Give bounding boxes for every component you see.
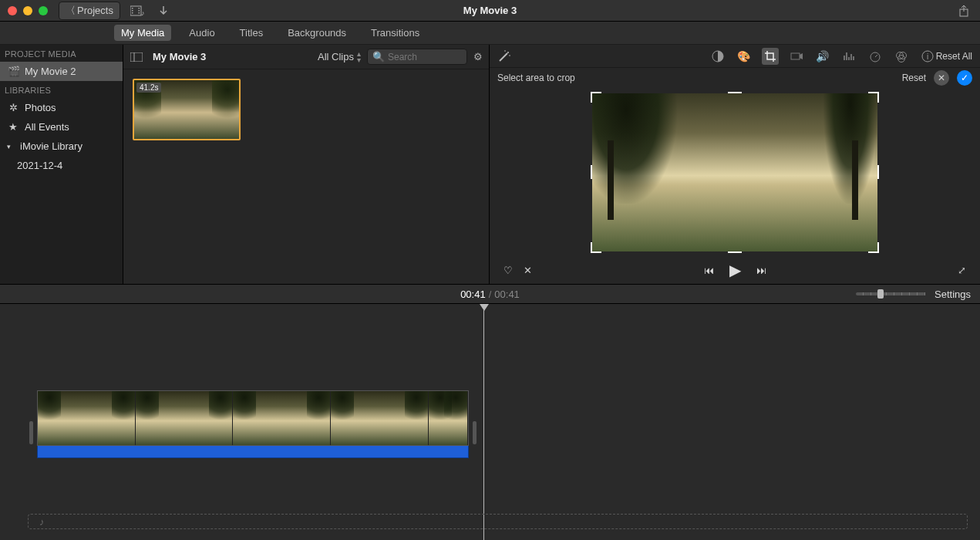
- sidebar-header-project-media: PROJECT MEDIA: [0, 45, 123, 62]
- sidebar-item-project[interactable]: 🎬 My Movie 2: [0, 62, 123, 81]
- sidebar-item-event[interactable]: 2021-12-4: [0, 156, 123, 175]
- sidebar-item-label: My Movie 2: [25, 66, 76, 77]
- sidebar-item-label: iMovie Library: [20, 140, 83, 152]
- sidebar-item-all-events[interactable]: ★ All Events: [0, 117, 123, 137]
- svg-rect-15: [791, 53, 800, 59]
- search-field[interactable]: 🔍: [367, 49, 467, 65]
- svg-rect-1: [132, 8, 133, 9]
- audio-track-dropzone[interactable]: ♪: [28, 514, 968, 529]
- crop-handle-top[interactable]: [728, 92, 742, 93]
- reset-crop-button[interactable]: Reset: [902, 73, 926, 83]
- close-window-button[interactable]: [8, 6, 17, 15]
- svg-rect-9: [130, 52, 143, 62]
- stabilization-button[interactable]: [788, 48, 805, 65]
- favorite-button[interactable]: ♡: [503, 265, 513, 276]
- adjustments-toolbar: 🎨 🔊 i Reset All: [490, 45, 980, 68]
- color-correction-button[interactable]: 🎨: [736, 48, 753, 65]
- fullscreen-button[interactable]: ⤢: [958, 265, 966, 276]
- library-sidebar: PROJECT MEDIA 🎬 My Movie 2 LIBRARIES ✲ P…: [0, 45, 123, 284]
- tab-titles[interactable]: Titles: [233, 25, 271, 41]
- music-note-icon: ♪: [39, 516, 45, 528]
- current-time: 00:41: [460, 289, 486, 300]
- color-balance-button[interactable]: [709, 48, 726, 65]
- toggle-sidebar-button[interactable]: [130, 50, 143, 64]
- back-to-projects-button[interactable]: 〈 Projects: [59, 2, 120, 20]
- filter-label: All Clips: [318, 51, 354, 62]
- window-controls: [8, 6, 48, 15]
- clip-trim-left[interactable]: [29, 421, 33, 444]
- clip-filmstrip[interactable]: [37, 390, 469, 446]
- total-duration: 00:41: [494, 289, 520, 300]
- svg-point-12: [504, 50, 506, 52]
- tab-audio[interactable]: Audio: [182, 25, 221, 41]
- window-title: My Movie 3: [463, 5, 517, 16]
- import-media-button[interactable]: ♪: [128, 3, 146, 19]
- chevron-left-icon: 〈: [66, 4, 76, 18]
- svg-rect-2: [132, 10, 133, 12]
- crop-handle-tl[interactable]: [591, 92, 601, 103]
- crop-handle-br[interactable]: [868, 242, 879, 253]
- info-button[interactable]: i: [919, 48, 936, 65]
- sidebar-item-photos[interactable]: ✲ Photos: [0, 98, 123, 117]
- adjustment-buttons: 🎨 🔊 i: [709, 48, 936, 65]
- clips-filter-dropdown[interactable]: All Clips ▴▾: [318, 51, 361, 63]
- next-frame-button[interactable]: ⏭: [756, 265, 766, 276]
- crop-button[interactable]: [762, 48, 779, 65]
- clip-duration-badge: 41.2s: [136, 83, 161, 93]
- search-icon: 🔍: [372, 51, 385, 62]
- cancel-crop-button[interactable]: ✕: [934, 70, 949, 86]
- download-arrow-icon[interactable]: [154, 3, 173, 19]
- preview-frame[interactable]: [592, 93, 877, 251]
- browser-grid: 41.2s: [123, 69, 489, 284]
- crop-handle-tr[interactable]: [868, 92, 879, 103]
- viewer-panel: 🎨 🔊 i Reset All Select area to crop Rese…: [490, 45, 980, 284]
- zoom-knob[interactable]: [877, 289, 884, 299]
- reset-all-button[interactable]: Reset All: [936, 51, 972, 62]
- sidebar-item-library[interactable]: ▾ iMovie Library: [0, 137, 123, 156]
- tab-my-media[interactable]: My Media: [114, 25, 171, 41]
- enhance-wand-button[interactable]: [497, 49, 511, 63]
- timeline-settings-button[interactable]: Settings: [935, 289, 971, 300]
- svg-point-13: [509, 55, 510, 56]
- media-tabs: My Media Audio Titles Backgrounds Transi…: [0, 22, 980, 45]
- prev-frame-button[interactable]: ⏮: [704, 265, 714, 276]
- search-input[interactable]: [388, 52, 462, 62]
- speed-button[interactable]: [867, 48, 884, 65]
- crop-handle-left[interactable]: [591, 165, 592, 179]
- apply-crop-button[interactable]: ✓: [957, 70, 972, 86]
- reject-button[interactable]: ✕: [524, 265, 532, 276]
- media-browser: My Movie 3 All Clips ▴▾ 🔍 ⚙ 41.2s: [123, 45, 490, 284]
- svg-rect-5: [138, 10, 140, 12]
- clip-audio-band[interactable]: [37, 446, 469, 458]
- browser-settings-button[interactable]: ⚙: [473, 51, 483, 62]
- crop-hint-label: Select area to crop: [497, 73, 575, 83]
- viewer-stage[interactable]: [490, 88, 980, 256]
- crop-handle-bottom[interactable]: [728, 251, 742, 253]
- tab-backgrounds[interactable]: Backgrounds: [281, 25, 353, 41]
- share-button[interactable]: [958, 5, 969, 17]
- crop-instruction-bar: Select area to crop Reset ✕ ✓: [490, 68, 980, 88]
- svg-text:♪: ♪: [141, 9, 144, 16]
- timeline[interactable]: ♪: [0, 304, 980, 540]
- noise-eq-button[interactable]: [840, 48, 857, 65]
- clip-thumbnail[interactable]: 41.2s: [133, 79, 241, 140]
- filters-button[interactable]: [893, 48, 910, 65]
- star-icon: ★: [8, 121, 19, 133]
- playhead[interactable]: [483, 304, 484, 540]
- svg-rect-6: [138, 12, 140, 14]
- sidebar-item-label: All Events: [25, 121, 69, 133]
- clapper-icon: 🎬: [8, 66, 19, 77]
- clip-trim-right[interactable]: [473, 421, 477, 444]
- svg-point-11: [507, 52, 509, 53]
- play-button[interactable]: ▶: [729, 261, 741, 279]
- tab-transitions[interactable]: Transitions: [364, 25, 426, 41]
- volume-button[interactable]: 🔊: [814, 48, 831, 65]
- crop-handle-right[interactable]: [877, 165, 879, 179]
- timeline-zoom-slider[interactable]: [856, 292, 925, 295]
- fullscreen-window-button[interactable]: [39, 6, 48, 15]
- transport-controls: ♡ ✕ ⏮ ▶ ⏭ ⤢: [490, 256, 980, 284]
- crop-handle-bl[interactable]: [591, 242, 601, 253]
- video-clip[interactable]: [37, 390, 469, 458]
- minimize-window-button[interactable]: [23, 6, 32, 15]
- svg-rect-4: [138, 8, 140, 9]
